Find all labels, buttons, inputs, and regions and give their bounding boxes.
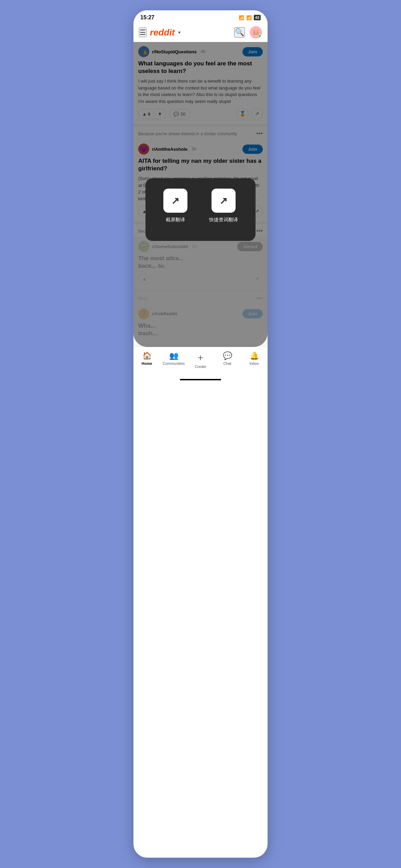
- nav-item-home[interactable]: 🏠 Home: [133, 350, 160, 370]
- nav-item-chat[interactable]: 💬 Chat: [214, 350, 241, 370]
- nav-item-create[interactable]: ＋ Create: [187, 350, 214, 370]
- quick-translate-label: 快捷查词翻译: [209, 217, 238, 223]
- wifi-icon: 📶: [246, 15, 252, 20]
- battery-indicator: 43: [254, 15, 261, 20]
- search-button[interactable]: 🔍: [234, 27, 245, 38]
- screenshot-translate-icon: ↗: [171, 195, 179, 207]
- home-label: Home: [142, 361, 152, 366]
- communities-icon: 👥: [169, 351, 178, 360]
- bottom-nav: 🏠 Home 👥 Communities ＋ Create 💬 Chat 🔔 I…: [133, 347, 268, 377]
- online-status-dot: [258, 35, 262, 38]
- home-bar-indicator: [180, 379, 221, 380]
- signal-icon: 📶: [239, 15, 244, 20]
- status-time: 15:27: [140, 14, 154, 21]
- quick-translate-item[interactable]: ↗ 快捷查词翻译: [209, 189, 238, 223]
- subreddit-dropdown-arrow[interactable]: ▾: [178, 30, 181, 35]
- reddit-logo: reddit: [150, 27, 175, 38]
- translation-popup: ↗ 截屏翻译 ↗ 快捷查词翻译: [145, 178, 256, 241]
- create-label: Create: [195, 364, 206, 369]
- home-icon: 🏠: [142, 351, 152, 360]
- inbox-icon: 🔔: [250, 351, 259, 360]
- quick-translate-icon-box[interactable]: ↗: [212, 189, 236, 213]
- nav-item-communities[interactable]: 👥 Communities: [160, 350, 187, 370]
- popup-buttons-row: ↗ 截屏翻译 ↗ 快捷查词翻译: [152, 189, 249, 223]
- screenshot-translate-item[interactable]: ↗ 截屏翻译: [163, 189, 187, 223]
- nav-left: ☰ reddit ▾: [139, 27, 181, 38]
- inbox-label: Inbox: [250, 361, 259, 366]
- communities-label: Communities: [163, 361, 185, 366]
- quick-translate-icon: ↗: [219, 195, 227, 207]
- screenshot-translate-icon-box[interactable]: ↗: [163, 189, 187, 213]
- chat-icon: 💬: [223, 351, 232, 360]
- user-avatar[interactable]: 🐹: [250, 26, 262, 39]
- status-bar: 15:27 📶 📶 43: [133, 10, 268, 23]
- hamburger-menu-button[interactable]: ☰: [139, 28, 147, 37]
- chat-label: Chat: [223, 361, 231, 366]
- create-icon: ＋: [196, 351, 205, 363]
- status-icons: 📶 📶 43: [239, 15, 261, 20]
- feed-scroll-area: 🎭 r/NoStupidQuestions 4h Join What langu…: [133, 42, 268, 347]
- nav-item-inbox[interactable]: 🔔 Inbox: [241, 350, 268, 370]
- nav-right: 🔍 🐹: [234, 26, 262, 39]
- screenshot-translate-label: 截屏翻译: [166, 217, 185, 223]
- top-nav: ☰ reddit ▾ 🔍 🐹: [133, 23, 268, 42]
